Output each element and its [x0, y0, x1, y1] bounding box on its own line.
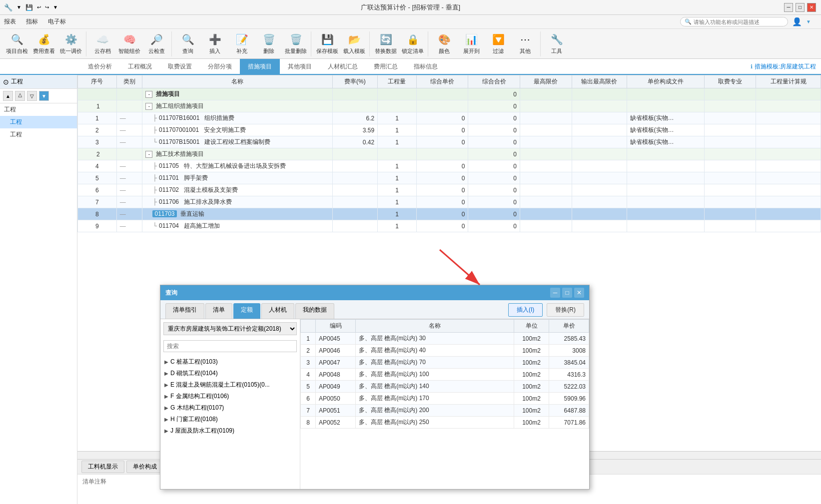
dialog-tab-materials[interactable]: 人材机 — [261, 303, 294, 319]
cell-name[interactable]: ├011701 脚手架费 — [142, 172, 332, 184]
dialog-maximize-button[interactable]: □ — [562, 288, 572, 298]
cell-name[interactable]: - 施工组织措施项目 — [142, 100, 332, 112]
tool-cost-view[interactable]: 💰 费用查看 — [31, 32, 57, 56]
dialog-search-input[interactable] — [163, 340, 297, 352]
tree-item-H[interactable]: ▶ H 门窗工程(0108) — [162, 414, 298, 425]
cell-name[interactable]: - 施工技术措施项目 — [142, 148, 332, 160]
tree-item-J[interactable]: ▶ J 屋面及防水工程(0109) — [162, 425, 298, 437]
quota-source-select[interactable]: 重庆市房屋建筑与装饰工程计价定额(2018) — [163, 322, 297, 335]
cell-name[interactable]: └011707B15001 建设工程竣工档案编制费 — [142, 136, 332, 148]
undo[interactable]: ↩ — [37, 4, 41, 10]
tab-materials[interactable]: 人材机汇总 — [320, 59, 366, 75]
tab-unit-composition[interactable]: 单价构成 — [126, 461, 163, 473]
cell-qty[interactable]: 1 — [378, 136, 417, 148]
search-input-top[interactable] — [694, 19, 784, 25]
tool-tools[interactable]: 🔧 工具 — [544, 32, 570, 56]
expand-button[interactable]: - — [145, 91, 152, 98]
table-row-selected[interactable]: 8 — 011703 垂直运输 1 0 0 — [78, 208, 821, 220]
sidebar-item-0[interactable]: 工程 — [0, 103, 77, 116]
tool-replace-data[interactable]: 🔄 替换数据 — [373, 32, 399, 56]
dialog-table-row[interactable]: 7 AP0051 多、高层 檐高(m以内) 200 100m2 6487.88 — [301, 405, 589, 417]
tree-item-G[interactable]: ▶ G 木结构工程(0107) — [162, 402, 298, 414]
tab-project-overview[interactable]: 工程概况 — [120, 59, 160, 75]
nav-up-button[interactable]: ▲ — [3, 91, 13, 101]
redo[interactable]: ↪ — [45, 4, 49, 10]
tab-measures[interactable]: 措施项目 — [240, 59, 280, 75]
tab-fee-settings[interactable]: 取费设置 — [160, 59, 200, 75]
dialog-tab-list[interactable]: 清单 — [205, 303, 232, 319]
tool-expand[interactable]: 📊 展开到 — [458, 32, 484, 56]
dialog-table-row[interactable]: 5 AP0049 多、高层 檐高(m以内) 140 100m2 5222.03 — [301, 381, 589, 393]
dialog-table-row[interactable]: 3 AP0047 多、高层 檐高(m以内) 70 100m2 3845.04 — [301, 357, 589, 369]
tab-cost-analysis[interactable]: 造价分析 — [80, 59, 120, 75]
cell-name[interactable]: 011703 垂直运输 — [142, 208, 332, 220]
tool-save-template[interactable]: 💾 保存模板 — [314, 32, 340, 56]
cell-qty[interactable]: 1 — [378, 172, 417, 184]
dialog-table-row[interactable]: 4 AP0048 多、高层 檐高(m以内) 100 100m2 4316.3 — [301, 369, 589, 381]
replace-button[interactable]: 替换(R) — [547, 303, 584, 317]
cell-qty[interactable]: 1 — [378, 220, 417, 232]
dialog-table-row[interactable]: 2 AP0046 多、高层 檐高(m以内) 40 100m2 3008 — [301, 345, 589, 357]
menu-indicators[interactable]: 指标 — [26, 17, 38, 26]
menu-reports[interactable]: 报表 — [4, 17, 16, 26]
tab-other-items[interactable]: 其他项目 — [280, 59, 320, 75]
tool-supplement[interactable]: 📝 补充 — [229, 32, 255, 56]
nav-up-small[interactable]: ▽ — [15, 91, 25, 101]
tab-materials-display[interactable]: 工料机显示 — [81, 461, 124, 473]
tool-cloud-save[interactable]: ☁️ 云存档 — [89, 32, 115, 56]
customize-arrow[interactable]: ▼ — [53, 4, 58, 10]
sidebar-item-1[interactable]: 工程 — [0, 116, 77, 128]
tree-item-F[interactable]: ▶ F 金属结构工程(0106) — [162, 391, 298, 402]
nav-down-small[interactable]: ▽ — [27, 91, 37, 101]
cell-qty[interactable]: 1 — [378, 124, 417, 136]
dialog-tab-quota[interactable]: 定额 — [233, 303, 260, 319]
cell-qty[interactable]: 1 — [378, 112, 417, 124]
tool-other[interactable]: ⋯ 其他 — [512, 32, 538, 56]
tool-delete[interactable]: 🗑️ 删除 — [256, 32, 282, 56]
tool-insert[interactable]: ➕ 插入 — [202, 32, 228, 56]
tool-color[interactable]: 🎨 颜色 — [431, 32, 457, 56]
cell-name[interactable]: ├011702 混凝土模板及支架费 — [142, 184, 332, 196]
sidebar-item-2[interactable]: 工程 — [0, 128, 77, 141]
tool-cloud-check[interactable]: 🔎 云检查 — [143, 32, 169, 56]
quick-save[interactable]: 💾 — [25, 4, 33, 11]
cell-rate[interactable]: 0.42 — [332, 136, 378, 148]
tree-item-D[interactable]: ▶ D 砌筑工程(0104) — [162, 368, 298, 379]
cell-qty[interactable]: 1 — [378, 196, 417, 208]
close-button[interactable]: ✕ — [807, 3, 816, 12]
tool-lock-list[interactable]: 🔒 锁定清单 — [400, 32, 426, 56]
expand-button[interactable]: - — [145, 103, 152, 110]
maximize-button[interactable]: □ — [796, 3, 805, 12]
dialog-tab-mydata[interactable]: 我的数据 — [295, 303, 334, 319]
dialog-close-button[interactable]: ✕ — [574, 288, 584, 298]
collapse-icon[interactable]: ⊙ — [3, 78, 9, 86]
tool-project-check[interactable]: 🔍 项目自检 — [4, 32, 30, 56]
cell-name[interactable]: ├011706 施工排水及降水费 — [142, 196, 332, 208]
expand-button[interactable]: - — [145, 151, 152, 158]
dialog-table-row[interactable]: 8 AP0052 多、高层 檐高(m以内) 250 100m2 7071.86 — [301, 417, 589, 429]
tree-item-E[interactable]: ▶ E 混凝土及钢筋混凝土工程(0105)(0... — [162, 379, 298, 391]
menu-arrow[interactable]: ▼ — [16, 4, 21, 10]
insert-button[interactable]: 插入(I) — [508, 303, 543, 317]
cell-qty[interactable]: 1 — [378, 160, 417, 172]
cell-name[interactable]: ├011707B16001 组织措施费 — [142, 112, 332, 124]
cell-name[interactable]: ├011707001001 安全文明施工费 — [142, 124, 332, 136]
tool-batch-delete[interactable]: 🗑️ 批量删除 — [283, 32, 309, 56]
help-icon[interactable]: 👤 — [792, 17, 802, 26]
dialog-table-row[interactable]: 6 AP0050 多、高层 檐高(m以内) 170 100m2 5909.96 — [301, 393, 589, 405]
cell-name[interactable]: ├011705 特、大型施工机械设备进出场及安拆费 — [142, 160, 332, 172]
cell-name[interactable]: - 措施项目 — [142, 88, 332, 100]
tab-sections[interactable]: 分部分项 — [200, 59, 240, 75]
tool-filter[interactable]: 🔽 过滤 — [485, 32, 511, 56]
tool-query[interactable]: 🔍 查询 — [175, 32, 201, 56]
tool-load-template[interactable]: 📂 载入模板 — [341, 32, 367, 56]
minimize-button[interactable]: ─ — [784, 3, 793, 12]
tab-indicators[interactable]: 指标信息 — [406, 59, 446, 75]
cell-name[interactable]: └011704 超高施工增加 — [142, 220, 332, 232]
cell-qty[interactable]: 1 — [378, 184, 417, 196]
cell-qty[interactable]: 1 — [378, 208, 417, 220]
dialog-table-row[interactable]: 1 AP0045 多、高层 檐高(m以内) 30 100m2 2585.43 — [301, 333, 589, 345]
dialog-minimize-button[interactable]: ─ — [550, 288, 560, 298]
nav-down-button[interactable]: ▼ — [39, 91, 49, 101]
menu-electronic[interactable]: 电子标 — [48, 17, 66, 26]
